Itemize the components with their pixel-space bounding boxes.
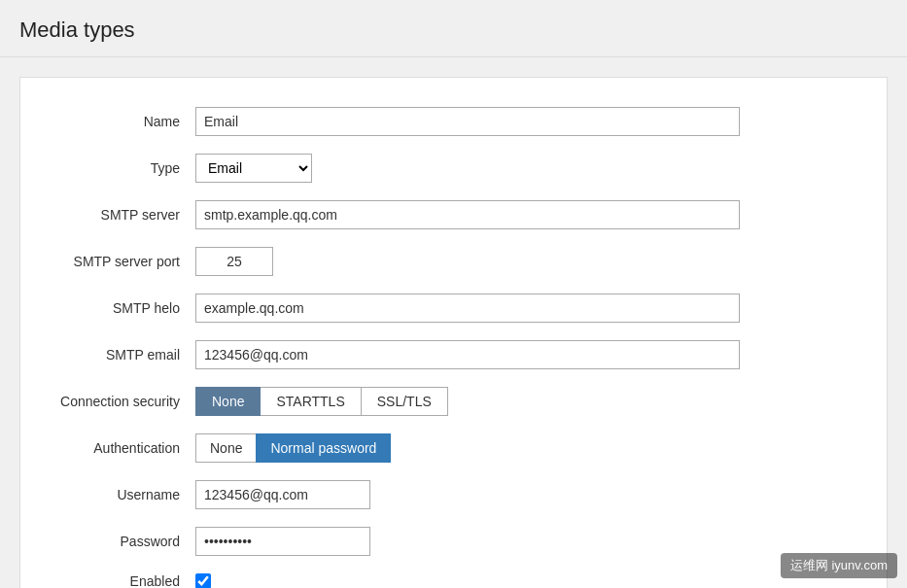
connection-security-label: Connection security: [40, 394, 195, 409]
smtp-server-row: SMTP server: [40, 200, 867, 229]
smtp-email-input[interactable]: [195, 340, 740, 369]
username-label: Username: [40, 487, 195, 502]
authentication-group: None Normal password: [195, 433, 391, 463]
smtp-helo-label: SMTP helo: [40, 300, 195, 316]
password-label: Password: [40, 534, 195, 549]
smtp-email-row: SMTP email: [40, 340, 867, 369]
watermark: 运维网 iyunv.com: [781, 553, 897, 578]
smtp-port-label: SMTP server port: [40, 254, 195, 269]
page-header: Media types: [0, 0, 907, 57]
enabled-checkbox[interactable]: [195, 573, 211, 588]
username-input[interactable]: [195, 480, 370, 509]
name-input[interactable]: [195, 107, 740, 136]
smtp-server-label: SMTP server: [40, 207, 195, 223]
conn-sec-starttls-button[interactable]: STARTTLS: [260, 387, 361, 416]
enabled-label: Enabled: [40, 573, 195, 588]
type-row: Type Email SMS Jabber Ez Texting: [40, 154, 867, 183]
authentication-label: Authentication: [40, 440, 195, 456]
auth-none-button[interactable]: None: [195, 433, 257, 463]
smtp-port-row: SMTP server port: [40, 247, 867, 276]
connection-security-row: Connection security None STARTTLS SSL/TL…: [40, 387, 867, 416]
password-row: Password: [40, 527, 867, 556]
enabled-row: Enabled: [40, 573, 867, 588]
smtp-port-input[interactable]: [195, 247, 273, 276]
name-row: Name: [40, 107, 867, 136]
smtp-helo-input[interactable]: [195, 294, 740, 323]
smtp-server-input[interactable]: [195, 200, 740, 229]
enabled-checkbox-wrapper: [195, 573, 211, 588]
username-row: Username: [40, 480, 867, 509]
conn-sec-ssltls-button[interactable]: SSL/TLS: [361, 387, 448, 416]
form-container: Name Type Email SMS Jabber Ez Texting SM…: [19, 77, 888, 588]
smtp-helo-row: SMTP helo: [40, 294, 867, 323]
page-title: Media types: [19, 17, 888, 43]
authentication-row: Authentication None Normal password: [40, 433, 867, 463]
connection-security-group: None STARTTLS SSL/TLS: [195, 387, 448, 416]
conn-sec-none-button[interactable]: None: [195, 387, 261, 416]
smtp-email-label: SMTP email: [40, 347, 195, 363]
type-label: Type: [40, 160, 195, 176]
type-select[interactable]: Email SMS Jabber Ez Texting: [195, 154, 312, 183]
password-input[interactable]: [195, 527, 370, 556]
auth-normal-password-button[interactable]: Normal password: [256, 433, 391, 463]
name-label: Name: [40, 114, 195, 129]
